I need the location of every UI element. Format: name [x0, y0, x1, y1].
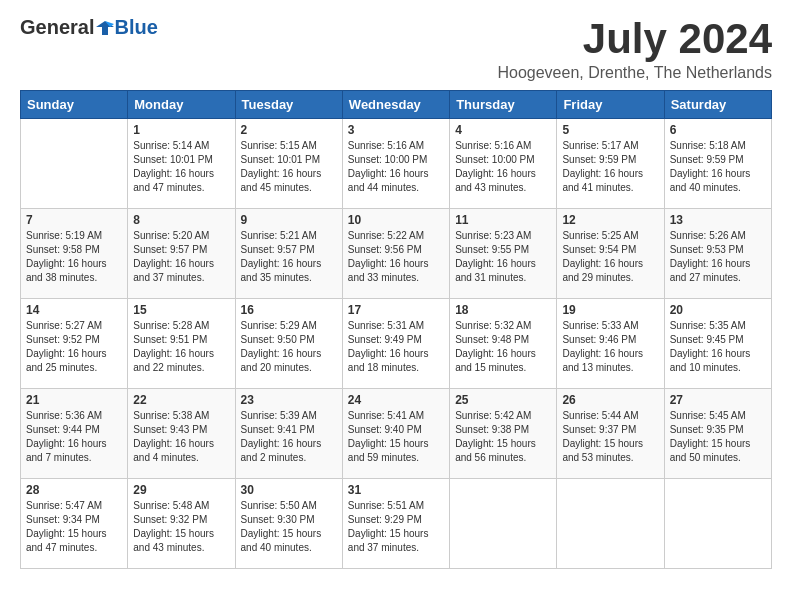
col-header-friday: Friday [557, 91, 664, 119]
day-cell: 12Sunrise: 5:25 AMSunset: 9:54 PMDayligh… [557, 209, 664, 299]
day-info: Sunrise: 5:32 AMSunset: 9:48 PMDaylight:… [455, 319, 551, 375]
day-info: Sunrise: 5:25 AMSunset: 9:54 PMDaylight:… [562, 229, 658, 285]
day-cell: 21Sunrise: 5:36 AMSunset: 9:44 PMDayligh… [21, 389, 128, 479]
day-cell: 22Sunrise: 5:38 AMSunset: 9:43 PMDayligh… [128, 389, 235, 479]
day-info: Sunrise: 5:31 AMSunset: 9:49 PMDaylight:… [348, 319, 444, 375]
day-info: Sunrise: 5:27 AMSunset: 9:52 PMDaylight:… [26, 319, 122, 375]
day-number: 7 [26, 213, 122, 227]
day-info: Sunrise: 5:16 AMSunset: 10:00 PMDaylight… [348, 139, 444, 195]
day-cell: 29Sunrise: 5:48 AMSunset: 9:32 PMDayligh… [128, 479, 235, 569]
day-cell: 28Sunrise: 5:47 AMSunset: 9:34 PMDayligh… [21, 479, 128, 569]
week-row-2: 7Sunrise: 5:19 AMSunset: 9:58 PMDaylight… [21, 209, 772, 299]
day-number: 24 [348, 393, 444, 407]
day-info: Sunrise: 5:16 AMSunset: 10:00 PMDaylight… [455, 139, 551, 195]
day-info: Sunrise: 5:21 AMSunset: 9:57 PMDaylight:… [241, 229, 337, 285]
day-number: 10 [348, 213, 444, 227]
day-info: Sunrise: 5:20 AMSunset: 9:57 PMDaylight:… [133, 229, 229, 285]
day-cell: 20Sunrise: 5:35 AMSunset: 9:45 PMDayligh… [664, 299, 771, 389]
day-info: Sunrise: 5:39 AMSunset: 9:41 PMDaylight:… [241, 409, 337, 465]
day-cell: 8Sunrise: 5:20 AMSunset: 9:57 PMDaylight… [128, 209, 235, 299]
day-number: 2 [241, 123, 337, 137]
day-number: 12 [562, 213, 658, 227]
day-cell: 17Sunrise: 5:31 AMSunset: 9:49 PMDayligh… [342, 299, 449, 389]
svg-marker-0 [96, 21, 114, 35]
month-title: July 2024 [497, 16, 772, 62]
col-header-monday: Monday [128, 91, 235, 119]
day-cell: 6Sunrise: 5:18 AMSunset: 9:59 PMDaylight… [664, 119, 771, 209]
day-cell: 31Sunrise: 5:51 AMSunset: 9:29 PMDayligh… [342, 479, 449, 569]
day-number: 8 [133, 213, 229, 227]
day-number: 3 [348, 123, 444, 137]
day-cell: 4Sunrise: 5:16 AMSunset: 10:00 PMDayligh… [450, 119, 557, 209]
day-cell: 24Sunrise: 5:41 AMSunset: 9:40 PMDayligh… [342, 389, 449, 479]
day-cell: 2Sunrise: 5:15 AMSunset: 10:01 PMDayligh… [235, 119, 342, 209]
day-number: 9 [241, 213, 337, 227]
day-info: Sunrise: 5:14 AMSunset: 10:01 PMDaylight… [133, 139, 229, 195]
day-cell: 15Sunrise: 5:28 AMSunset: 9:51 PMDayligh… [128, 299, 235, 389]
day-info: Sunrise: 5:35 AMSunset: 9:45 PMDaylight:… [670, 319, 766, 375]
day-cell: 3Sunrise: 5:16 AMSunset: 10:00 PMDayligh… [342, 119, 449, 209]
day-cell: 11Sunrise: 5:23 AMSunset: 9:55 PMDayligh… [450, 209, 557, 299]
day-number: 20 [670, 303, 766, 317]
col-header-wednesday: Wednesday [342, 91, 449, 119]
day-cell [557, 479, 664, 569]
week-row-1: 1Sunrise: 5:14 AMSunset: 10:01 PMDayligh… [21, 119, 772, 209]
col-header-tuesday: Tuesday [235, 91, 342, 119]
page: General Blue July 2024 Hoogeveen, Drenth… [0, 0, 792, 585]
day-cell: 7Sunrise: 5:19 AMSunset: 9:58 PMDaylight… [21, 209, 128, 299]
week-row-4: 21Sunrise: 5:36 AMSunset: 9:44 PMDayligh… [21, 389, 772, 479]
day-number: 22 [133, 393, 229, 407]
day-number: 1 [133, 123, 229, 137]
day-cell: 16Sunrise: 5:29 AMSunset: 9:50 PMDayligh… [235, 299, 342, 389]
day-number: 27 [670, 393, 766, 407]
day-info: Sunrise: 5:42 AMSunset: 9:38 PMDaylight:… [455, 409, 551, 465]
day-cell: 30Sunrise: 5:50 AMSunset: 9:30 PMDayligh… [235, 479, 342, 569]
logo-general-text: General [20, 16, 94, 39]
day-cell: 23Sunrise: 5:39 AMSunset: 9:41 PMDayligh… [235, 389, 342, 479]
day-number: 16 [241, 303, 337, 317]
day-cell: 27Sunrise: 5:45 AMSunset: 9:35 PMDayligh… [664, 389, 771, 479]
day-number: 15 [133, 303, 229, 317]
day-info: Sunrise: 5:51 AMSunset: 9:29 PMDaylight:… [348, 499, 444, 555]
day-number: 18 [455, 303, 551, 317]
day-info: Sunrise: 5:26 AMSunset: 9:53 PMDaylight:… [670, 229, 766, 285]
day-info: Sunrise: 5:23 AMSunset: 9:55 PMDaylight:… [455, 229, 551, 285]
logo: General Blue [20, 16, 158, 39]
day-number: 26 [562, 393, 658, 407]
day-info: Sunrise: 5:17 AMSunset: 9:59 PMDaylight:… [562, 139, 658, 195]
day-number: 6 [670, 123, 766, 137]
day-info: Sunrise: 5:29 AMSunset: 9:50 PMDaylight:… [241, 319, 337, 375]
day-number: 30 [241, 483, 337, 497]
day-info: Sunrise: 5:18 AMSunset: 9:59 PMDaylight:… [670, 139, 766, 195]
day-cell: 10Sunrise: 5:22 AMSunset: 9:56 PMDayligh… [342, 209, 449, 299]
week-row-5: 28Sunrise: 5:47 AMSunset: 9:34 PMDayligh… [21, 479, 772, 569]
location: Hoogeveen, Drenthe, The Netherlands [497, 64, 772, 82]
day-cell: 26Sunrise: 5:44 AMSunset: 9:37 PMDayligh… [557, 389, 664, 479]
day-number: 31 [348, 483, 444, 497]
day-cell: 25Sunrise: 5:42 AMSunset: 9:38 PMDayligh… [450, 389, 557, 479]
day-info: Sunrise: 5:50 AMSunset: 9:30 PMDaylight:… [241, 499, 337, 555]
day-info: Sunrise: 5:28 AMSunset: 9:51 PMDaylight:… [133, 319, 229, 375]
day-number: 19 [562, 303, 658, 317]
day-number: 23 [241, 393, 337, 407]
day-info: Sunrise: 5:41 AMSunset: 9:40 PMDaylight:… [348, 409, 444, 465]
day-number: 11 [455, 213, 551, 227]
day-number: 29 [133, 483, 229, 497]
day-info: Sunrise: 5:22 AMSunset: 9:56 PMDaylight:… [348, 229, 444, 285]
day-info: Sunrise: 5:19 AMSunset: 9:58 PMDaylight:… [26, 229, 122, 285]
logo-bird-icon [96, 19, 114, 37]
day-cell: 9Sunrise: 5:21 AMSunset: 9:57 PMDaylight… [235, 209, 342, 299]
day-number: 4 [455, 123, 551, 137]
day-info: Sunrise: 5:48 AMSunset: 9:32 PMDaylight:… [133, 499, 229, 555]
calendar-table: SundayMondayTuesdayWednesdayThursdayFrid… [20, 90, 772, 569]
day-number: 13 [670, 213, 766, 227]
day-cell [21, 119, 128, 209]
day-number: 5 [562, 123, 658, 137]
day-info: Sunrise: 5:36 AMSunset: 9:44 PMDaylight:… [26, 409, 122, 465]
day-cell [450, 479, 557, 569]
day-info: Sunrise: 5:15 AMSunset: 10:01 PMDaylight… [241, 139, 337, 195]
day-cell: 13Sunrise: 5:26 AMSunset: 9:53 PMDayligh… [664, 209, 771, 299]
day-cell: 18Sunrise: 5:32 AMSunset: 9:48 PMDayligh… [450, 299, 557, 389]
logo-blue-text: Blue [114, 16, 157, 39]
day-cell [664, 479, 771, 569]
